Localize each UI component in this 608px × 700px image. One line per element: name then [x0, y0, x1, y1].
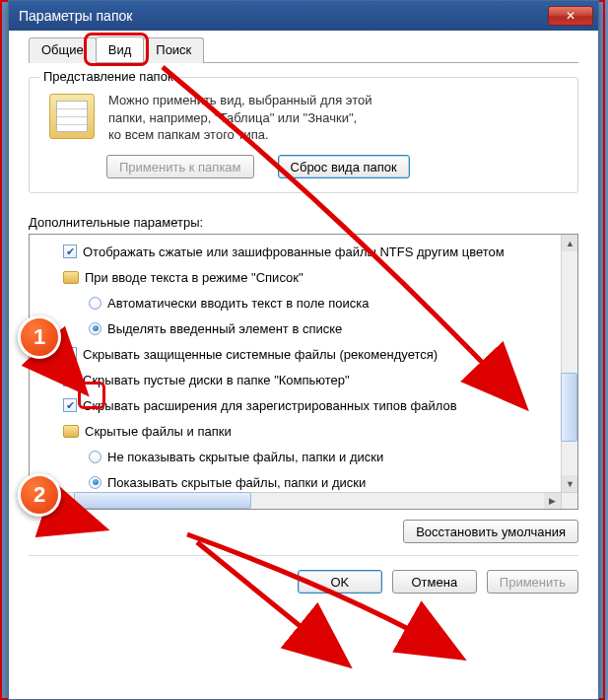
folder-icon — [63, 425, 79, 438]
advanced-item[interactable]: Скрытые файлы и папки — [37, 418, 557, 444]
advanced-item-label: Не показывать скрытые файлы, папки и дис… — [107, 450, 383, 464]
window-title: Параметры папок — [19, 8, 548, 24]
horizontal-scroll-thumb[interactable] — [74, 492, 251, 509]
vertical-scroll-thumb[interactable] — [561, 373, 577, 442]
advanced-item[interactable]: Выделять введенный элемент в списке — [37, 315, 557, 341]
reset-folder-view-button[interactable]: Сброс вида папок — [278, 155, 410, 178]
advanced-settings-list[interactable]: ✔Отображать сжатые или зашифрованные фай… — [29, 234, 578, 510]
scroll-down-icon[interactable]: ▼ — [562, 475, 578, 492]
tab-search[interactable]: Поиск — [143, 37, 204, 63]
advanced-item-label: Скрывать защищенные системные файлы (рек… — [83, 347, 438, 362]
advanced-item-label: Выделять введенный элемент в списке — [107, 321, 342, 336]
dialog-button-row: OK Отмена Применить — [29, 555, 578, 594]
folder-icon — [63, 271, 79, 284]
advanced-item-label: При вводе текста в режиме "Список" — [85, 270, 304, 285]
advanced-item-label: Показывать скрытые файлы, папки и диски — [107, 475, 366, 490]
tab-general[interactable]: Общие — [29, 37, 97, 63]
radio-icon[interactable] — [89, 451, 101, 463]
radio-icon[interactable] — [89, 476, 101, 489]
advanced-item-label: Скрывать пустые диски в папке "Компьютер… — [83, 373, 350, 387]
folder-view-group: Представление папок Можно применить вид,… — [29, 77, 578, 193]
advanced-item[interactable]: ✔Отображать сжатые или зашифрованные фай… — [37, 239, 557, 264]
restore-defaults-button[interactable]: Восстановить умолчания — [403, 520, 578, 543]
ok-button[interactable]: OK — [298, 570, 382, 594]
folder-view-description: Можно применить вид, выбранный для этой … — [108, 92, 372, 145]
vertical-scrollbar[interactable]: ▲ ▼ — [561, 235, 577, 492]
advanced-item-label: Скрывать расширения для зарегистрированн… — [83, 398, 457, 413]
advanced-item[interactable]: ✔Скрывать расширения для зарегистрирован… — [37, 392, 557, 418]
close-icon: ✕ — [566, 9, 575, 23]
radio-icon[interactable] — [89, 322, 101, 335]
titlebar[interactable]: Параметры папок ✕ — [9, 1, 598, 31]
close-button[interactable]: ✕ — [548, 6, 593, 26]
client-area: Общие Вид Поиск Представление папок Можн… — [9, 31, 598, 699]
folder-view-group-title: Представление папок — [39, 69, 177, 84]
advanced-item[interactable]: Скрывать защищенные системные файлы (рек… — [37, 341, 557, 367]
advanced-item[interactable]: При вводе текста в режиме "Список" — [37, 264, 557, 290]
advanced-item[interactable]: Не показывать скрытые файлы, папки и дис… — [37, 444, 557, 469]
advanced-item[interactable]: Показывать скрытые файлы, папки и диски — [37, 469, 557, 492]
cancel-button[interactable]: Отмена — [392, 570, 477, 594]
scroll-up-icon[interactable]: ▲ — [562, 235, 578, 251]
advanced-item-label: Отображать сжатые или зашифрованные файл… — [83, 245, 505, 259]
checkbox-icon[interactable] — [63, 347, 77, 361]
scroll-left-icon[interactable]: ◀ — [30, 493, 46, 510]
folder-icon — [49, 94, 95, 139]
advanced-item-label: Скрытые файлы и папки — [85, 424, 232, 439]
radio-icon[interactable] — [89, 297, 101, 310]
advanced-item-label: Автоматически вводить текст в поле поиск… — [107, 296, 369, 311]
advanced-settings-label: Дополнительные параметры: — [29, 215, 578, 230]
apply-to-folders-button[interactable]: Применить к папкам — [106, 155, 254, 178]
tab-view[interactable]: Вид — [96, 36, 145, 62]
checkbox-icon[interactable]: ✔ — [63, 398, 77, 412]
advanced-item[interactable]: Автоматически вводить текст в поле поиск… — [37, 290, 557, 315]
folder-options-window: Параметры папок ✕ Общие Вид Поиск Предст… — [8, 0, 599, 700]
scroll-corner — [561, 492, 577, 509]
advanced-item[interactable]: ✔Скрывать пустые диски в папке "Компьюте… — [37, 367, 557, 392]
checkbox-icon[interactable]: ✔ — [63, 373, 77, 386]
scroll-right-icon[interactable]: ▶ — [544, 493, 561, 510]
apply-button[interactable]: Применить — [487, 570, 578, 594]
tabstrip: Общие Вид Поиск — [29, 36, 578, 63]
checkbox-icon[interactable]: ✔ — [63, 245, 77, 258]
